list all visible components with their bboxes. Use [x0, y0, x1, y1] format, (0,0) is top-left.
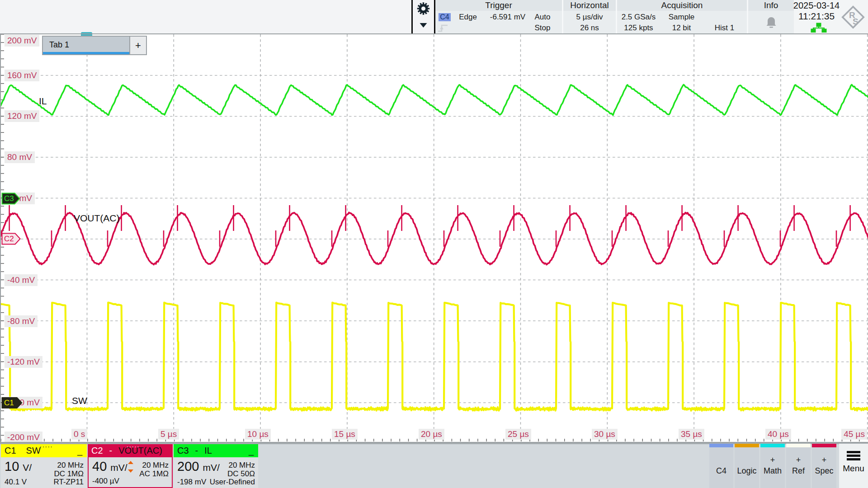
svg-text:C1: C1 — [4, 399, 14, 407]
svg-text:C3: C3 — [4, 194, 14, 203]
svg-text:C2: C2 — [4, 235, 14, 243]
svg-text:S: S — [853, 17, 859, 26]
